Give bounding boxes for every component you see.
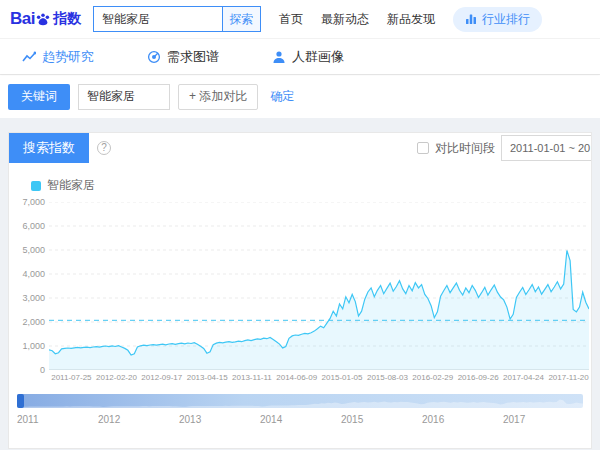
- industry-rank-label: 行业排行: [482, 11, 530, 28]
- timeline-brush[interactable]: [17, 394, 583, 408]
- x-axis-label: 2013-04-15: [187, 373, 228, 382]
- brush-mini-svg: [17, 394, 583, 408]
- radar-icon: [147, 50, 161, 64]
- x-axis-label: 2017-11-20: [548, 373, 588, 382]
- logo-text-bai: Bai: [10, 9, 35, 29]
- tab-audience-label: 人群画像: [292, 48, 344, 66]
- panel-header: 搜索指数 ? 对比时间段 2011-01-01 ~ 20: [9, 133, 591, 163]
- x-axis-label: 2011-07-25: [51, 373, 91, 382]
- tab-trend-research[interactable]: 趋势研究: [22, 48, 147, 66]
- y-axis-label: 4,000: [22, 269, 45, 279]
- x-axis-label: 2016-02-29: [412, 373, 453, 382]
- timeline-year-label: 2015: [341, 414, 363, 425]
- search-input[interactable]: [94, 7, 222, 31]
- y-axis-label: 5,000: [22, 245, 45, 255]
- explore-button[interactable]: 探索: [222, 7, 260, 31]
- section-tabbar: 趋势研究 需求图谱 人群画像: [0, 38, 600, 74]
- brush-left-handle[interactable]: [17, 394, 24, 408]
- nav-latest-news[interactable]: 最新动态: [321, 11, 369, 28]
- x-axis-label: 2015-08-03: [367, 373, 408, 382]
- top-header: Bai 指数 探索 首页 最新动态 新品发现 行业排行: [0, 0, 600, 38]
- x-axis-label: 2017-04-24: [503, 373, 544, 382]
- x-axis-label: 2014-06-09: [276, 373, 317, 382]
- add-compare-button[interactable]: + 添加对比: [178, 84, 258, 110]
- legend-item[interactable]: 智能家居: [9, 163, 591, 202]
- date-range-picker[interactable]: 2011-01-01 ~ 20: [501, 135, 592, 161]
- x-axis-label: 2015-01-05: [322, 373, 363, 382]
- search-index-panel: 搜索指数 ? 对比时间段 2011-01-01 ~ 20 智能家居 7,0006…: [8, 132, 592, 449]
- keyword-bar: 关键词 + 添加对比 确定: [0, 74, 600, 118]
- industry-rank-button[interactable]: 行业排行: [453, 7, 542, 32]
- trend-chart-svg: [49, 202, 589, 370]
- timeline-year-label: 2016: [422, 414, 444, 425]
- timeline-years: 2011201220132014201520162017: [17, 414, 583, 428]
- x-axis-labels: 2011-07-252012-02-202012-09-172013-04-15…: [49, 370, 591, 384]
- keyword-search-box: 探索: [93, 6, 261, 32]
- x-axis-label: 2013-11-11: [232, 373, 272, 382]
- tab-audience-profile[interactable]: 人群画像: [272, 48, 397, 66]
- compare-period-checkbox[interactable]: [417, 142, 429, 154]
- y-axis-label: 7,000: [22, 197, 45, 207]
- tab-demand-map[interactable]: 需求图谱: [147, 48, 272, 66]
- help-icon[interactable]: ?: [97, 141, 111, 155]
- trend-chart-icon: [22, 50, 36, 64]
- y-axis-label: 3,000: [22, 293, 45, 303]
- y-axis-label: 1,000: [22, 341, 45, 351]
- nav-new-products[interactable]: 新品发现: [387, 11, 435, 28]
- trend-chart: 7,0006,0005,0004,0003,0002,0001,0000: [9, 202, 591, 370]
- timeline-year-label: 2011: [17, 414, 39, 425]
- logo-text-suffix: 指数: [53, 10, 81, 28]
- keyword-label-button[interactable]: 关键词: [8, 84, 70, 110]
- ranking-icon: [465, 13, 477, 25]
- legend-swatch: [31, 181, 41, 191]
- nav-home[interactable]: 首页: [279, 11, 303, 28]
- baidu-index-logo[interactable]: Bai 指数: [10, 9, 81, 29]
- confirm-link[interactable]: 确定: [270, 88, 294, 105]
- chart-plot-area[interactable]: [49, 202, 589, 370]
- timeline-year-label: 2012: [98, 414, 120, 425]
- y-axis-label: 0: [40, 365, 45, 375]
- header-nav: 首页 最新动态 新品发现: [279, 11, 435, 28]
- timeline-year-label: 2013: [179, 414, 201, 425]
- search-index-tab[interactable]: 搜索指数: [9, 133, 89, 163]
- compare-period-label: 对比时间段: [435, 140, 495, 157]
- y-axis-labels: 7,0006,0005,0004,0003,0002,0001,0000: [15, 202, 49, 370]
- x-axis-label: 2012-02-20: [96, 373, 137, 382]
- x-axis-label: 2012-09-17: [141, 373, 182, 382]
- tab-demand-label: 需求图谱: [167, 48, 219, 66]
- legend-label: 智能家居: [47, 177, 95, 194]
- compare-time-controls: 对比时间段 2011-01-01 ~ 20: [417, 135, 592, 161]
- person-icon: [272, 50, 286, 64]
- tab-trend-label: 趋势研究: [42, 48, 94, 66]
- y-axis-label: 6,000: [22, 221, 45, 231]
- x-axis-label: 2016-09-26: [458, 373, 499, 382]
- timeline-year-label: 2014: [260, 414, 282, 425]
- y-axis-label: 2,000: [22, 317, 45, 327]
- baidu-paw-icon: [36, 12, 50, 26]
- timeline-year-label: 2017: [503, 414, 525, 425]
- keyword-input[interactable]: [78, 84, 170, 110]
